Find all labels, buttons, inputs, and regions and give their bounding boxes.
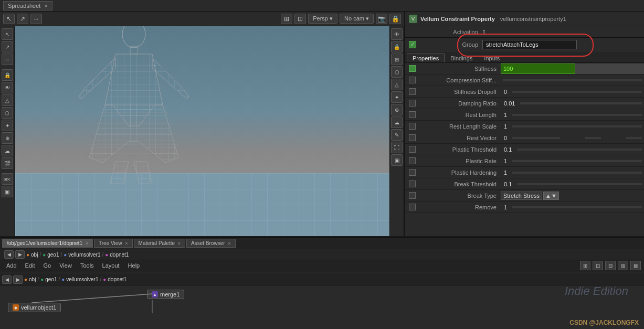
nocam-button[interactable]: No cam ▾ xyxy=(340,14,374,24)
stiffness-slider-bg[interactable] xyxy=(575,63,645,74)
plastrate-checkbox[interactable] xyxy=(409,157,416,164)
breaktype-checkbox[interactable] xyxy=(409,192,416,199)
tab-properties[interactable]: Properties xyxy=(407,54,445,62)
tool-star[interactable]: ✦ xyxy=(2,120,13,131)
btm-tab-assetbrowser[interactable]: Asset Browser × xyxy=(186,239,236,248)
tool-triangle[interactable]: △ xyxy=(2,94,13,106)
menu-edit[interactable]: Edit xyxy=(22,262,38,269)
node-merge[interactable]: ▲ merge1 xyxy=(147,290,184,299)
path-vellum[interactable]: vellumsolver1 xyxy=(68,252,100,258)
compression-slider[interactable] xyxy=(503,79,642,81)
remove-slider[interactable] xyxy=(512,206,642,208)
right-tool-8[interactable]: ☁ xyxy=(391,116,403,128)
tab-inputs[interactable]: Inputs xyxy=(478,54,505,62)
dropoff-slider[interactable] xyxy=(512,91,642,93)
btm-nav-fwd[interactable]: ▶ xyxy=(15,250,25,259)
breakthreshold-checkbox[interactable] xyxy=(409,181,416,187)
persp-button[interactable]: Persp ▾ xyxy=(308,14,337,24)
break-type-select[interactable]: Stretch Stress xyxy=(501,192,542,200)
toolbar-icon-1[interactable]: ↖ xyxy=(3,14,15,24)
tool-video[interactable]: 🎬 xyxy=(2,157,13,169)
toolbar-icon-right1[interactable]: ⊞ xyxy=(281,14,292,24)
restlength-checkbox[interactable] xyxy=(409,111,416,118)
restvector-slider3[interactable] xyxy=(626,137,642,139)
break-type-arrow[interactable]: ▲▼ xyxy=(543,192,559,200)
lock-icon[interactable]: 🔒 xyxy=(389,14,401,24)
btm-nav-back[interactable]: ◀ xyxy=(4,250,14,259)
tool-abc[interactable]: abc xyxy=(2,173,13,185)
right-tool-3[interactable]: ⊞ xyxy=(391,54,403,65)
path-dop[interactable]: dopnet1 xyxy=(110,252,129,258)
group-value[interactable]: stretchAttachToLegs xyxy=(482,40,577,49)
right-tool-1[interactable]: 👁 xyxy=(391,28,403,40)
tool-hex[interactable]: ⬡ xyxy=(2,107,13,119)
btm-icon-2[interactable]: ⊡ xyxy=(593,261,603,270)
dropoff-checkbox[interactable] xyxy=(409,88,416,95)
right-tool-5[interactable]: △ xyxy=(391,79,403,90)
right-tool-4[interactable]: ⬡ xyxy=(391,66,403,78)
menu-add[interactable]: Add xyxy=(3,262,20,269)
node-vellumobject[interactable]: ◆ vellumobject1 xyxy=(8,303,61,312)
restvector-slider[interactable] xyxy=(512,137,560,139)
tool-select[interactable]: ↖ xyxy=(2,28,13,40)
group-checkbox[interactable]: ✓ xyxy=(409,41,416,48)
right-tool-7[interactable]: ⊕ xyxy=(391,104,403,115)
menu-layout[interactable]: Layout xyxy=(99,262,123,269)
tool-2[interactable]: ↗ xyxy=(2,41,13,52)
ng-path-dop[interactable]: dopnet1 xyxy=(108,277,126,282)
restvector-slider2[interactable] xyxy=(585,137,601,139)
plastharden-slider[interactable] xyxy=(512,172,642,174)
ng-path-vellum[interactable]: vellumsolver1 xyxy=(66,277,98,282)
damping-checkbox[interactable] xyxy=(409,100,416,107)
plastthreshold-slider[interactable] xyxy=(517,148,642,151)
stiffness-checkbox[interactable] xyxy=(409,65,416,72)
right-tool-2[interactable]: 🔒 xyxy=(391,41,403,52)
restlengthscale-checkbox[interactable] xyxy=(409,123,416,130)
tool-grid[interactable]: ▣ xyxy=(2,186,13,197)
tool-eye[interactable]: 👁 xyxy=(2,82,13,93)
restlengthscale-slider[interactable] xyxy=(512,125,642,128)
breakthreshold-slider[interactable] xyxy=(517,183,642,185)
right-tool-10[interactable]: ⛶ xyxy=(391,142,403,153)
restvector-checkbox[interactable] xyxy=(409,134,416,141)
menu-go[interactable]: Go xyxy=(40,262,55,269)
btm-tab-dopnet[interactable]: /obj/geo1/vellumsolver1/dopnet1 × xyxy=(2,239,93,248)
btm-tab-close-1[interactable]: × xyxy=(125,241,128,246)
damping-slider[interactable] xyxy=(520,102,642,104)
btm-tab-matpalette[interactable]: Material Palette × xyxy=(134,239,186,248)
btm-tab-close-3[interactable]: × xyxy=(228,241,230,246)
node-nav-back[interactable]: ◀ xyxy=(2,275,12,284)
plastrate-slider[interactable] xyxy=(512,160,642,162)
ng-path-obj[interactable]: obj xyxy=(29,277,36,282)
ng-path-geo[interactable]: geo1 xyxy=(45,277,57,282)
btm-icon-5[interactable]: ⊠ xyxy=(630,261,641,270)
right-tool-11[interactable]: ▣ xyxy=(391,154,403,166)
btm-tab-treeview[interactable]: Tree View × xyxy=(94,239,133,248)
path-geo[interactable]: geo1 xyxy=(47,252,59,258)
btm-icon-3[interactable]: ⊟ xyxy=(605,261,616,270)
btm-icon-1[interactable]: ⊞ xyxy=(580,261,590,270)
tool-plus[interactable]: ⊕ xyxy=(2,132,13,144)
tool-3[interactable]: ↔ xyxy=(2,54,13,65)
toolbar-icon-2[interactable]: ↗ xyxy=(17,14,28,24)
btm-icon-4[interactable]: ⊞ xyxy=(618,261,628,270)
toolbar-icon-right2[interactable]: ⊡ xyxy=(294,14,306,24)
menu-help[interactable]: Help xyxy=(125,262,143,269)
tool-lock[interactable]: 🔒 xyxy=(2,69,13,81)
compression-checkbox[interactable] xyxy=(409,77,416,83)
right-tool-9[interactable]: ✎ xyxy=(391,129,403,141)
btm-tab-close-0[interactable]: × xyxy=(86,241,88,246)
right-tool-6[interactable]: ✦ xyxy=(391,91,403,103)
plastharden-checkbox[interactable] xyxy=(409,169,416,176)
menu-view[interactable]: View xyxy=(56,262,75,269)
camera-icon[interactable]: 📷 xyxy=(376,14,387,24)
plastthreshold-checkbox[interactable] xyxy=(409,146,416,153)
tool-cloud[interactable]: ☁ xyxy=(2,145,13,156)
node-nav-fwd[interactable]: ▶ xyxy=(13,275,23,284)
restlength-slider[interactable] xyxy=(512,114,642,116)
btm-tab-close-2[interactable]: × xyxy=(178,241,181,246)
toolbar-icon-3[interactable]: ↔ xyxy=(30,14,42,24)
spreadsheet-tab[interactable]: Spreadsheet × xyxy=(3,1,52,10)
tab-bindings[interactable]: Bindings xyxy=(445,54,478,62)
path-obj[interactable]: obj xyxy=(31,252,38,258)
